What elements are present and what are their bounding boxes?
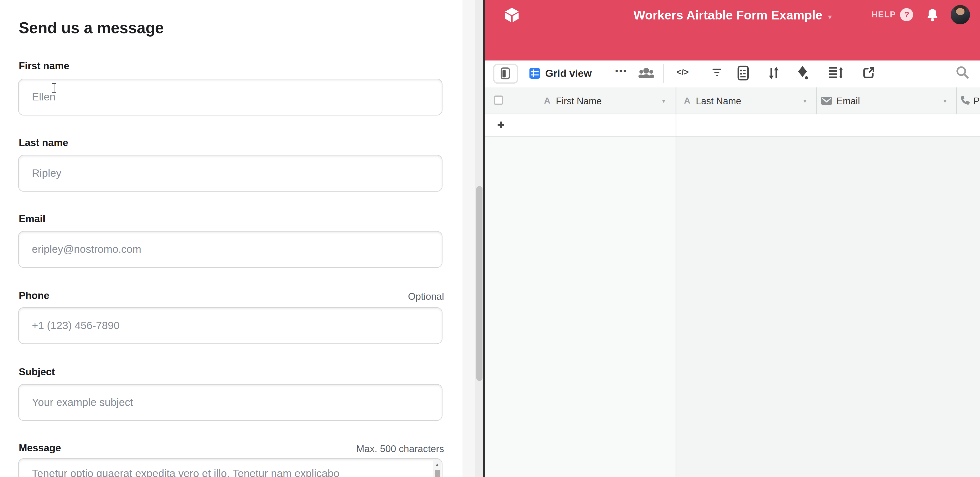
- search-icon[interactable]: [956, 65, 970, 79]
- help-button[interactable]: HELP: [872, 10, 896, 19]
- contact-form-panel: Send us a message First name Last name E…: [0, 0, 462, 477]
- subject-label: Subject: [19, 366, 55, 377]
- view-toolbar: Grid view ••• </>: [485, 60, 980, 87]
- phone-label: Phone: [19, 290, 49, 301]
- view-sidebar-toggle-button[interactable]: [493, 63, 518, 84]
- email-field-type-icon: [822, 97, 832, 105]
- column-divider[interactable]: [816, 87, 817, 114]
- add-record-icon[interactable]: +: [497, 114, 505, 135]
- view-name: Grid view: [545, 68, 592, 79]
- page-scrollbar-thumb[interactable]: [476, 186, 482, 381]
- text-field-type-icon: A: [684, 87, 690, 114]
- frozen-column-divider[interactable]: [676, 87, 676, 477]
- bell-icon[interactable]: [926, 8, 939, 22]
- message-scrollbar[interactable]: ▲: [433, 460, 441, 477]
- table-tabs-bar: Form Submissions ▾ SHARE: [485, 30, 980, 60]
- select-all-checkbox[interactable]: [494, 95, 503, 105]
- window-divider: [483, 0, 485, 477]
- email-label: Email: [19, 214, 45, 225]
- last-name-label: Last name: [19, 137, 68, 149]
- message-label: Message: [19, 443, 61, 454]
- column-divider[interactable]: [956, 87, 957, 114]
- chevron-down-icon: ▾: [943, 87, 947, 114]
- message-maxchars-note: Max. 500 characters: [356, 443, 444, 455]
- last-name-input[interactable]: [18, 155, 442, 192]
- grid-view-button[interactable]: Grid view: [530, 64, 592, 83]
- email-input[interactable]: [18, 231, 442, 268]
- more-options-icon[interactable]: •••: [615, 66, 627, 75]
- airtable-topbar: Workers Airtable Form Example▾ HELP ?: [485, 0, 980, 30]
- sort-button[interactable]: [768, 66, 780, 80]
- message-scrollbar-thumb[interactable]: [435, 470, 440, 477]
- grid-view-icon: [530, 68, 540, 79]
- scroll-up-icon[interactable]: ▲: [435, 462, 440, 467]
- page-gutter: [462, 0, 475, 477]
- collaborators-icon[interactable]: [638, 67, 655, 78]
- share-view-button[interactable]: [862, 66, 875, 79]
- first-name-input[interactable]: [18, 79, 442, 116]
- add-record-row[interactable]: +: [485, 114, 980, 136]
- chevron-down-icon: ▾: [828, 13, 832, 21]
- filter-button[interactable]: [713, 68, 722, 78]
- phone-optional-note: Optional: [408, 291, 444, 302]
- subject-input[interactable]: [18, 384, 442, 421]
- grid-body-left-area: [485, 136, 676, 477]
- base-title-text: Workers Airtable Form Example: [633, 8, 822, 22]
- phone-field-type-icon: [960, 95, 970, 105]
- airtable-window: Workers Airtable Form Example▾ HELP ? Fo…: [485, 0, 980, 477]
- screen: Send us a message First name Last name E…: [0, 0, 980, 477]
- message-textarea[interactable]: Tenetur optio quaerat expedita vero et i…: [18, 458, 442, 477]
- color-button[interactable]: [797, 65, 809, 79]
- chevron-down-icon: ▾: [662, 87, 665, 114]
- hide-fields-button[interactable]: [738, 65, 749, 80]
- page-scrollbar[interactable]: [475, 0, 483, 477]
- chevron-down-icon: ▾: [803, 87, 807, 114]
- grid-header-row: A First Name ▾ A Last Name ▾ Email ▾: [485, 87, 980, 114]
- text-cursor-icon: [52, 83, 56, 93]
- form-title: Send us a message: [19, 19, 164, 37]
- message-text: Tenetur optio quaerat expedita vero et i…: [32, 467, 426, 477]
- grid-body-right-area: [676, 136, 980, 477]
- api-code-button[interactable]: </>: [676, 67, 689, 76]
- toolbar-divider: [663, 64, 664, 83]
- phone-input[interactable]: [18, 307, 442, 344]
- first-name-label: First name: [19, 60, 69, 71]
- text-field-type-icon: A: [544, 87, 550, 114]
- row-height-button[interactable]: [829, 67, 844, 78]
